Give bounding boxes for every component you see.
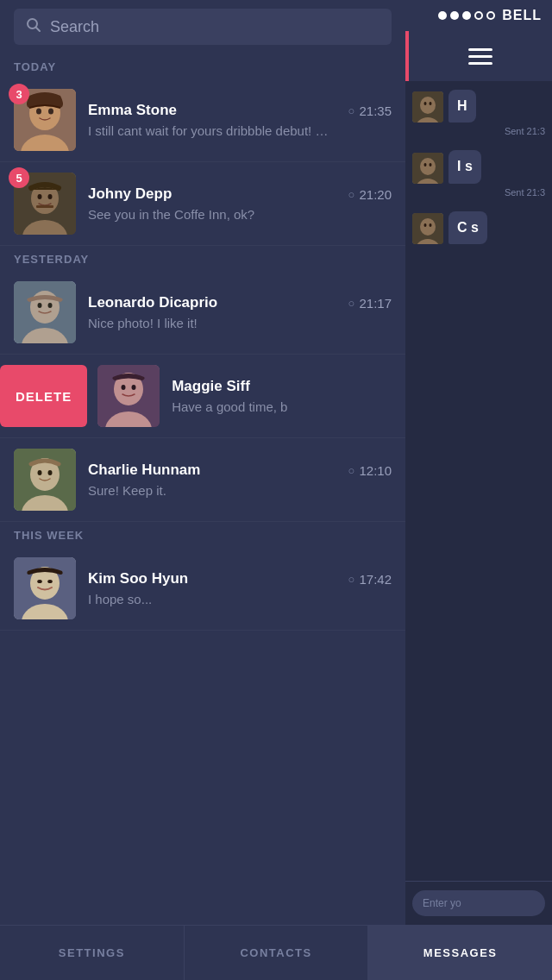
msg-time-value-charlie: 12:10	[359, 463, 392, 478]
msg-name-maggie: Maggie Siff	[172, 378, 250, 395]
clock-icon-johny: ○	[348, 188, 355, 201]
msg-time-kim: ○ 17:42	[348, 572, 392, 587]
svg-line-1	[36, 28, 41, 32]
msg-header-emma: Emma Stone ○ 21:35	[88, 102, 392, 119]
avatar-wrap-maggie	[97, 365, 160, 427]
nav-contacts[interactable]: CONTACTS	[185, 926, 369, 980]
nav-contacts-label: CONTACTS	[240, 946, 311, 959]
chat-row-1: H Sent 21:3	[412, 90, 545, 136]
msg-name-emma: Emma Stone	[88, 102, 177, 119]
nav-settings[interactable]: SETTINGS	[0, 926, 185, 980]
badge-emma-stone: 3	[9, 84, 29, 104]
msg-name-kim: Kim Soo Hyun	[88, 570, 188, 587]
msg-header-maggie: Maggie Siff	[172, 378, 392, 395]
hamburger-icon[interactable]	[468, 48, 492, 65]
chat-avatar-3	[412, 213, 443, 244]
avatar-wrap-kim	[14, 557, 76, 619]
message-item-leonardo[interactable]: Leonardo Dicaprio ○ 21:17 Nice photo! I …	[0, 271, 405, 355]
chat-input-area	[405, 881, 552, 925]
svg-point-34	[420, 97, 436, 114]
svg-point-44	[420, 218, 436, 236]
chat-input[interactable]	[412, 890, 545, 916]
svg-point-16	[38, 303, 42, 308]
svg-point-22	[132, 385, 136, 390]
msg-content-maggie: Maggie Siff Have a good time, b	[172, 378, 392, 414]
svg-point-37	[430, 102, 432, 105]
chat-row-2: I s Sent 21:3	[412, 150, 545, 197]
msg-name-johny: Johny Depp	[88, 185, 172, 203]
clock-icon-kim: ○	[348, 573, 355, 586]
msg-content-leo: Leonardo Dicaprio ○ 21:17 Nice photo! I …	[88, 294, 392, 330]
msg-header-kim: Kim Soo Hyun ○ 17:42	[88, 570, 392, 587]
hamburger-line-1	[468, 48, 492, 51]
svg-rect-12	[36, 205, 53, 208]
msg-preview-maggie: Have a good time, b	[172, 399, 392, 414]
section-this-week: THIS WEEK	[0, 522, 405, 547]
chat-bubble-row-3: C s	[412, 211, 545, 244]
avatar-charlie-hunnam	[14, 449, 76, 511]
svg-point-27	[48, 470, 53, 475]
chat-panel: H Sent 21:3 I s Sent 21:3	[405, 0, 552, 980]
search-bar[interactable]	[14, 9, 392, 45]
avatar-maggie-siff	[97, 365, 160, 427]
signal-dots	[438, 11, 495, 20]
avatar-leonardo-dicaprio	[14, 281, 76, 343]
hamburger-menu-area[interactable]	[405, 31, 552, 81]
hamburger-line-2	[468, 55, 492, 58]
chat-bubble-2: I s	[448, 150, 481, 183]
msg-preview-emma: I still cant wait for yours dribbble deb…	[88, 123, 338, 138]
chat-row-3: C s	[412, 211, 545, 244]
message-item-maggie-siff[interactable]: DELETE Maggie Siff Have a good time, b	[0, 355, 405, 438]
messages-list-panel: TODAY 3 Emma Stone ○ 21:35	[0, 0, 405, 980]
msg-header-johny: Johny Depp ○ 21:20	[88, 185, 392, 203]
message-item-emma-stone[interactable]: 3 Emma Stone ○ 21:35 I still cant wait f…	[0, 79, 405, 162]
chat-timestamp-2: Sent 21:3	[501, 187, 545, 198]
svg-point-6	[48, 109, 53, 115]
badge-johny-depp: 5	[9, 167, 29, 188]
nav-messages-label: MESSAGES	[423, 946, 498, 959]
msg-time-value-leo: 21:17	[359, 296, 392, 311]
message-item-johny-depp[interactable]: 5 Johny Depp ○ 21:20 See you in the Coff…	[0, 162, 405, 246]
chat-bubble-1: H	[448, 90, 476, 122]
chat-avatar-2	[412, 153, 443, 184]
status-bar: BELL	[405, 0, 552, 31]
carrier-name: BELL	[502, 8, 542, 23]
msg-time-johny: ○ 21:20	[348, 187, 392, 202]
avatar-wrap-charlie	[14, 449, 76, 511]
avatar-wrap-emma: 3	[14, 89, 76, 151]
signal-dot-3	[462, 11, 471, 20]
msg-time-charlie: ○ 12:10	[348, 463, 392, 478]
svg-point-5	[36, 109, 41, 115]
svg-point-41	[424, 163, 427, 166]
message-item-kim-soo-hyun[interactable]: Kim Soo Hyun ○ 17:42 I hope so...	[0, 547, 405, 631]
msg-time-leo: ○ 21:17	[348, 296, 392, 311]
search-input[interactable]	[50, 18, 380, 36]
msg-content-emma: Emma Stone ○ 21:35 I still cant wait for…	[88, 102, 392, 138]
chat-text-2: I s	[457, 159, 473, 173]
section-today: TODAY	[0, 53, 405, 79]
msg-name-charlie: Charlie Hunnam	[88, 462, 200, 479]
signal-dot-4	[474, 11, 483, 20]
clock-icon-emma: ○	[348, 104, 355, 117]
chat-text-3: C s	[457, 220, 479, 235]
clock-icon-charlie: ○	[348, 464, 355, 477]
chat-messages-area: H Sent 21:3 I s Sent 21:3	[405, 81, 552, 980]
chat-bubble-row-1: H	[412, 90, 545, 122]
msg-content-charlie: Charlie Hunnam ○ 12:10 Sure! Keep it.	[88, 462, 392, 498]
svg-point-39	[420, 158, 436, 175]
msg-header-leo: Leonardo Dicaprio ○ 21:17	[88, 294, 392, 311]
delete-button[interactable]: DELETE	[0, 365, 87, 427]
nav-settings-label: SETTINGS	[59, 946, 125, 959]
msg-content-kim: Kim Soo Hyun ○ 17:42 I hope so...	[88, 570, 392, 606]
signal-dot-2	[450, 11, 459, 20]
svg-point-26	[38, 470, 42, 475]
svg-point-47	[430, 223, 432, 227]
bottom-navigation: SETTINGS CONTACTS MESSAGES	[0, 925, 552, 980]
chat-avatar-1	[412, 91, 443, 122]
message-item-charlie-hunnam[interactable]: Charlie Hunnam ○ 12:10 Sure! Keep it.	[0, 438, 405, 522]
signal-dot-1	[438, 11, 447, 20]
nav-messages[interactable]: MESSAGES	[368, 926, 552, 980]
svg-point-46	[424, 223, 427, 227]
chat-bubble-3: C s	[448, 211, 487, 244]
msg-preview-leo: Nice photo! I like it!	[88, 316, 338, 330]
